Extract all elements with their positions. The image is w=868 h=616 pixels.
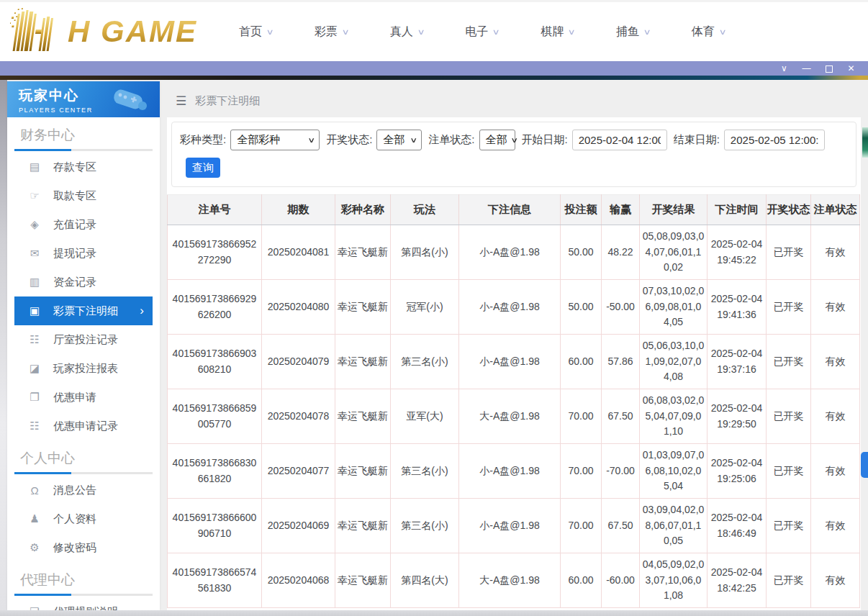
player-bet-report-chart-icon: ◪: [27, 362, 42, 375]
sidebar-item-label: 提现记录: [53, 247, 96, 261]
draw-status-select[interactable]: 全部 ∨: [376, 130, 422, 150]
cell-win-loss: 67.50: [602, 389, 640, 444]
sidebar-item-funds-records[interactable]: ▥资金记录: [14, 268, 153, 296]
order-status-label: 注单状态:: [428, 133, 474, 147]
cell-draw-status: 已开奖: [767, 389, 811, 444]
draw-status-label: 开奖状态:: [326, 133, 372, 147]
sidebar-item-withdraw-zone[interactable]: ☞取款专区: [14, 181, 153, 210]
cell-bet-time: 2025-02-04 19:45:22: [707, 225, 767, 280]
cell-play: 第三名(小): [391, 444, 459, 499]
end-date-label: 结束日期:: [674, 133, 720, 147]
sidebar-item-label: 个人资料: [53, 512, 96, 526]
col-header-draw-status: 开奖状态: [767, 195, 811, 225]
floating-side-tab[interactable]: [861, 452, 868, 478]
cell-order-status: 有效: [811, 225, 860, 280]
cell-draw-status: 已开奖: [767, 444, 811, 499]
titlebar-collapse-button[interactable]: ∨: [773, 61, 795, 76]
cell-draw-status: 已开奖: [767, 335, 811, 389]
cell-order-no: 401569173866903608210: [168, 335, 262, 389]
table-row: 40156917386695227229020250204081幸运飞艇新第四名…: [168, 225, 860, 280]
nav-item-slots[interactable]: 电子∨: [465, 24, 499, 40]
cell-bet-info: 大-A盘@1.98: [459, 389, 561, 444]
nav-item-live[interactable]: 真人∨: [390, 24, 424, 40]
start-date-label: 开始日期:: [522, 133, 568, 147]
sidebar-item-withdraw-records[interactable]: ✉提现记录: [14, 239, 153, 268]
chevron-down-icon: ∨: [718, 27, 726, 37]
sidebar-item-player-bet-report[interactable]: ◪玩家投注报表: [14, 354, 153, 383]
chevron-down-icon: ∨: [417, 27, 425, 37]
chevron-down-icon: ∨: [781, 63, 787, 73]
sidebar-item-label: 存款专区: [53, 160, 96, 174]
section-title-finance-center: 财务中心: [7, 117, 160, 145]
nav-label: 捕鱼: [616, 24, 639, 40]
sidebar-item-label: 消息公告: [53, 484, 96, 497]
close-button[interactable]: ✕: [840, 61, 862, 76]
start-date-input[interactable]: [572, 130, 667, 150]
table-row: 40156917386690360821020250204079幸运飞艇新第三名…: [168, 335, 860, 389]
nav-item-home[interactable]: 首页∨: [239, 24, 273, 40]
minimize-button[interactable]: —: [795, 61, 818, 76]
sidebar-item-promo-apply[interactable]: ❐优惠申请: [14, 383, 153, 412]
cell-order-no: 401569173866952272290: [168, 225, 262, 280]
change-password-gear-icon: ⚙: [27, 541, 42, 554]
hall-bet-record-list-icon: ☷: [27, 333, 42, 346]
cell-draw-result: 05,06,03,10,01,09,02,07,04,08: [640, 335, 707, 389]
cell-bet-amount: 50.00: [561, 280, 602, 335]
sidebar-item-label: 充值记录: [53, 218, 96, 232]
hamburger-icon[interactable]: ☰: [176, 94, 186, 109]
sidebar-item-agent-rules[interactable]: ❏代理规则说明: [14, 597, 153, 610]
search-button[interactable]: 查询: [186, 158, 220, 178]
promo-apply-record-list-icon: ☷: [27, 420, 42, 432]
sidebar-item-profile[interactable]: ♟个人资料: [14, 504, 153, 533]
cell-bet-time: 2025-02-04 19:25:06: [707, 444, 767, 499]
cell-lottery-name: 幸运飞艇新: [335, 444, 391, 499]
order-status-select[interactable]: 全部 ∨: [479, 130, 515, 150]
section-underline: [14, 472, 153, 474]
funds-record-icon: ▥: [27, 276, 42, 289]
lottery-type-select[interactable]: 全部彩种 ∨: [230, 130, 320, 150]
nav-item-sports[interactable]: 体育∨: [692, 24, 725, 40]
maximize-button[interactable]: [818, 61, 840, 76]
nav-item-chess[interactable]: 棋牌∨: [541, 24, 574, 40]
cell-lottery-name: 幸运飞艇新: [335, 335, 391, 389]
recharge-moneybag-icon: ◈: [27, 218, 42, 231]
col-header-play: 玩法: [391, 195, 459, 225]
col-header-lottery-name: 彩种名称: [335, 195, 391, 225]
sidebar-banner: 玩家中心 PLAYERS CENTER: [7, 81, 160, 117]
nav-item-lottery[interactable]: 彩票∨: [315, 24, 348, 40]
lottery-bet-detail-book-icon: ▣: [27, 304, 42, 317]
nav-label: 彩票: [315, 24, 338, 40]
sidebar-item-lottery-bet-details[interactable]: ▣彩票下注明细›: [14, 296, 153, 325]
nav-item-fishing[interactable]: 捕鱼∨: [616, 24, 650, 40]
sidebar-item-label: 代理规则说明: [53, 605, 118, 611]
cell-lottery-name: 幸运飞艇新: [335, 499, 391, 553]
sidebar-item-label: 修改密码: [53, 541, 96, 555]
sidebar-item-messages[interactable]: Ω消息公告: [14, 476, 153, 504]
cell-draw-result: 05,08,09,03,04,07,06,01,10,02: [640, 225, 707, 280]
sidebar-item-recharge-records[interactable]: ◈充值记录: [14, 210, 153, 239]
cell-lottery-name: 幸运飞艇新: [335, 389, 391, 444]
logo[interactable]: H GAME: [10, 8, 197, 53]
sidebar-item-deposit-zone[interactable]: ▤存款专区: [14, 153, 153, 181]
sidebar-item-change-password[interactable]: ⚙修改密码: [14, 533, 153, 562]
chevron-down-icon: ∨: [341, 27, 349, 37]
promo-apply-ticket-icon: ❐: [27, 391, 42, 404]
col-header-order-no: 注单号: [168, 195, 262, 225]
col-header-period: 期数: [262, 195, 335, 225]
chevron-down-icon: ∨: [266, 27, 273, 37]
cell-period: 20250204068: [262, 553, 335, 608]
cell-period: 20250204079: [262, 335, 335, 389]
chevron-right-icon: ›: [140, 304, 144, 318]
cell-win-loss: -60.00: [602, 553, 640, 608]
cell-lottery-name: 幸运飞艇新: [335, 280, 391, 335]
cell-bet-amount: 70.00: [561, 499, 602, 553]
cell-bet-info: 小-A盘@1.98: [459, 335, 561, 389]
sidebar-item-hall-bet-records[interactable]: ☷厅室投注记录: [14, 325, 153, 354]
workspace: 玩家中心 PLAYERS CENTER 财务中心▤存款专区☞取款专区◈充值记录✉…: [0, 80, 868, 610]
sidebar-item-promo-apply-records[interactable]: ☷优惠申请记录: [14, 412, 153, 440]
cell-bet-time: 2025-02-04 19:37:16: [707, 335, 767, 389]
cell-draw-status: 已开奖: [767, 280, 811, 335]
filter-row: 彩种类型: 全部彩种 ∨ 开奖状态: 全部 ∨ 注单状态: 全部 ∨ 开始日期:…: [178, 130, 850, 150]
cell-win-loss: 48.22: [602, 225, 640, 280]
end-date-input[interactable]: [724, 130, 825, 150]
